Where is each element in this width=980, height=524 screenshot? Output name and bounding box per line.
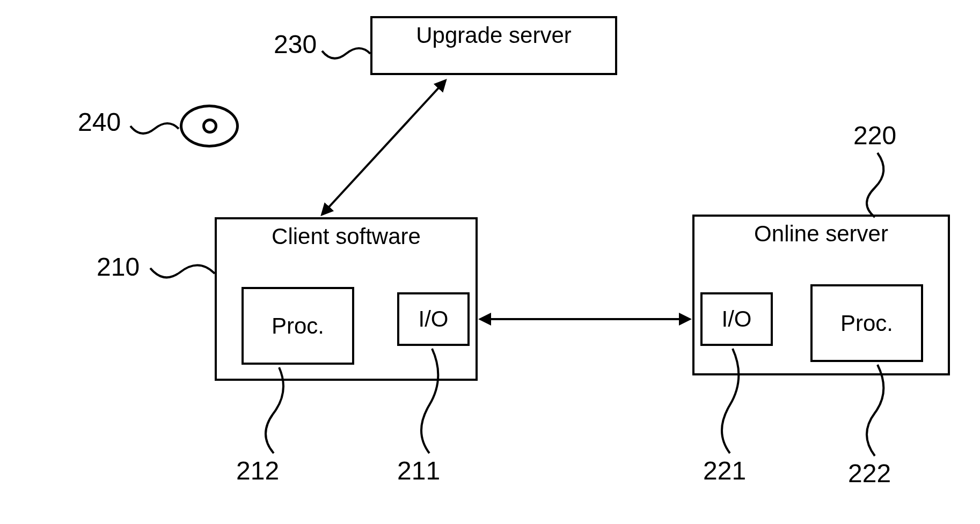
arrow-client-online <box>472 306 698 333</box>
client-proc-box: Proc. <box>242 287 354 365</box>
ref-label-211: 211 <box>397 456 440 485</box>
ref-label-221: 221 <box>703 456 746 485</box>
ref-label-222: 222 <box>848 459 891 488</box>
online-io-label: I/O <box>721 306 751 332</box>
system-diagram: Upgrade server 230 240 Client software 2… <box>0 0 980 524</box>
client-io-label: I/O <box>418 306 448 332</box>
online-proc-label: Proc. <box>840 311 893 336</box>
upgrade-server-title: Upgrade server <box>416 23 571 48</box>
ref-connector-220 <box>856 150 899 220</box>
ref-label-230: 230 <box>274 29 317 59</box>
online-proc-box: Proc. <box>810 284 923 362</box>
disc-icon-inner <box>202 119 217 134</box>
ref-label-210: 210 <box>97 252 140 282</box>
ref-label-240: 240 <box>78 107 121 137</box>
arrow-upgrade-client <box>306 70 456 225</box>
ref-connector-210 <box>148 257 217 290</box>
ref-connector-240 <box>128 115 181 142</box>
online-server-title: Online server <box>754 221 888 247</box>
ref-connector-222 <box>853 362 896 459</box>
client-software-title: Client software <box>272 224 421 249</box>
online-io-box: I/O <box>700 292 773 346</box>
ref-connector-230 <box>319 40 373 67</box>
upgrade-server-box: Upgrade server <box>370 16 617 75</box>
svg-line-2 <box>322 80 445 215</box>
client-proc-label: Proc. <box>272 313 324 339</box>
ref-label-220: 220 <box>853 121 896 150</box>
client-io-box: I/O <box>397 292 470 346</box>
ref-label-212: 212 <box>236 456 279 485</box>
